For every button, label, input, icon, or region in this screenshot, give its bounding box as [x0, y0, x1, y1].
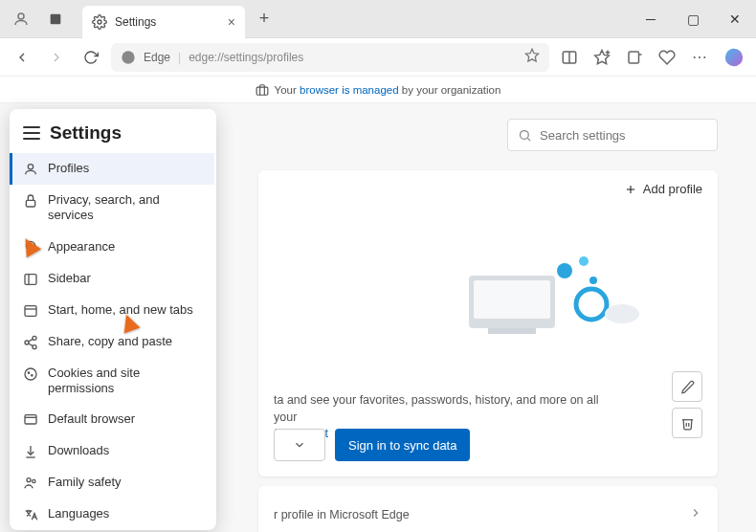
- profile-row-card[interactable]: r profile in Microsoft Edge: [258, 486, 718, 532]
- svg-rect-1: [51, 13, 61, 24]
- svg-point-27: [28, 165, 33, 169]
- gear-icon: [92, 14, 107, 30]
- sidebar-item-downloads[interactable]: Downloads: [10, 435, 214, 467]
- sidebar-item-label: Default browser: [48, 411, 201, 427]
- managed-banner: Your browser is managed by your organiza…: [0, 77, 756, 103]
- managed-text: Your browser is managed by your organiza…: [275, 84, 501, 96]
- close-button[interactable]: ✕: [714, 0, 756, 38]
- sidebar-item-label: Appearance: [48, 239, 201, 255]
- language-icon: [23, 507, 38, 522]
- sidebar-item-label: Cookies and site permissions: [48, 366, 201, 397]
- sidebar-item-languages[interactable]: Languages: [10, 499, 214, 524]
- svg-line-36: [29, 339, 33, 342]
- svg-marker-4: [525, 49, 538, 61]
- sidebar-item-label: Family safety: [48, 475, 201, 490]
- more-menu-icon[interactable]: ⋯: [685, 43, 714, 72]
- download-icon: [23, 444, 38, 459]
- profile-icon: [23, 162, 38, 177]
- sidebar-item-default-browser[interactable]: Default browser: [10, 404, 214, 435]
- svg-rect-20: [474, 280, 550, 319]
- forward-button[interactable]: [42, 43, 71, 72]
- minimize-button[interactable]: ─: [630, 0, 672, 38]
- svg-rect-29: [25, 274, 36, 284]
- hamburger-menu-icon[interactable]: [23, 126, 40, 140]
- refresh-button[interactable]: [77, 43, 105, 72]
- url-browser-label: Edge: [144, 51, 170, 64]
- edge-logo-icon: [121, 50, 136, 65]
- svg-rect-41: [25, 415, 36, 424]
- sidebar-item-label: Sidebar: [48, 271, 201, 286]
- svg-rect-31: [25, 305, 36, 316]
- edit-profile-button[interactable]: [672, 371, 702, 402]
- add-profile-label: Add profile: [643, 182, 702, 196]
- sidebar-item-share[interactable]: Share, copy and paste: [10, 326, 214, 358]
- copilot-icon[interactable]: [720, 43, 748, 72]
- tab-title: Settings: [115, 15, 220, 29]
- profile-card: Add profile ta and see your favorites, p…: [258, 170, 718, 477]
- briefcase-icon: [256, 83, 269, 97]
- url-box[interactable]: Edge | edge://settings/profiles: [111, 43, 549, 72]
- extensions-icon[interactable]: [653, 43, 681, 72]
- sidebar-item-sidebar[interactable]: Sidebar: [10, 263, 214, 295]
- signin-button[interactable]: Sign in to sync data: [335, 429, 470, 461]
- sidebar-item-family[interactable]: Family safety: [10, 467, 214, 499]
- maximize-button[interactable]: ▢: [672, 0, 714, 38]
- back-button[interactable]: [8, 43, 36, 72]
- new-tab-button[interactable]: +: [251, 6, 278, 33]
- sidebar-icon: [23, 272, 38, 287]
- titlebar: Settings × + ─ ▢ ✕: [0, 0, 756, 38]
- svg-point-13: [725, 48, 743, 65]
- url-separator: |: [178, 51, 181, 64]
- default-browser-icon: [23, 412, 38, 428]
- svg-point-25: [576, 289, 607, 320]
- svg-rect-10: [629, 52, 639, 63]
- svg-point-40: [32, 374, 33, 375]
- svg-line-16: [527, 138, 530, 141]
- toolbar-right: ⋯: [555, 43, 714, 72]
- chevron-down-icon: [293, 438, 306, 452]
- add-profile-button[interactable]: Add profile: [624, 182, 702, 196]
- managed-link[interactable]: browser is managed: [300, 84, 399, 96]
- svg-rect-28: [26, 200, 34, 207]
- svg-point-15: [521, 130, 529, 139]
- search-settings-box[interactable]: [507, 119, 718, 151]
- profile-illustration: [450, 237, 641, 352]
- svg-point-35: [33, 344, 36, 348]
- browser-tab[interactable]: Settings ×: [82, 6, 245, 38]
- sidebar-item-profiles[interactable]: Profiles: [10, 153, 214, 185]
- svg-point-0: [18, 13, 24, 19]
- svg-point-2: [98, 20, 101, 24]
- svg-point-24: [589, 277, 597, 284]
- content-area: Add profile ta and see your favorites, p…: [0, 103, 756, 532]
- svg-point-44: [27, 478, 31, 482]
- svg-point-33: [33, 336, 36, 340]
- titlebar-left: [0, 6, 77, 33]
- cookies-icon: [23, 366, 38, 382]
- delete-profile-button[interactable]: [672, 408, 702, 438]
- sidebar-item-start[interactable]: Start, home, and new tabs: [10, 295, 214, 326]
- split-screen-icon[interactable]: [555, 43, 584, 72]
- svg-point-3: [122, 51, 134, 63]
- account-dropdown[interactable]: [274, 429, 325, 461]
- favorites-icon[interactable]: [588, 43, 616, 72]
- search-settings-input[interactable]: [540, 128, 707, 143]
- favorite-star-icon[interactable]: [524, 48, 540, 67]
- svg-point-38: [25, 368, 36, 380]
- profile-row-text: r profile in Microsoft Edge: [274, 508, 410, 521]
- profile-avatar-icon[interactable]: [8, 6, 34, 33]
- sidebar-list[interactable]: Profiles Privacy, search, and services A…: [10, 153, 216, 524]
- sidebar-item-label: Share, copy and paste: [48, 334, 201, 349]
- svg-point-45: [33, 479, 35, 482]
- tab-close-icon[interactable]: ×: [228, 14, 235, 30]
- plus-icon: [624, 183, 637, 196]
- settings-sidebar: Settings Profiles Privacy, search, and s…: [10, 109, 216, 530]
- chevron-right-icon: [689, 506, 702, 523]
- pencil-icon: [680, 380, 695, 394]
- svg-point-34: [25, 341, 29, 344]
- sidebar-item-label: Profiles: [48, 161, 201, 176]
- sidebar-item-privacy[interactable]: Privacy, search, and services: [10, 185, 214, 232]
- home-icon: [23, 303, 38, 319]
- collections-icon[interactable]: [620, 43, 649, 72]
- sidebar-item-cookies[interactable]: Cookies and site permissions: [10, 358, 214, 405]
- tab-actions-icon[interactable]: [42, 6, 69, 33]
